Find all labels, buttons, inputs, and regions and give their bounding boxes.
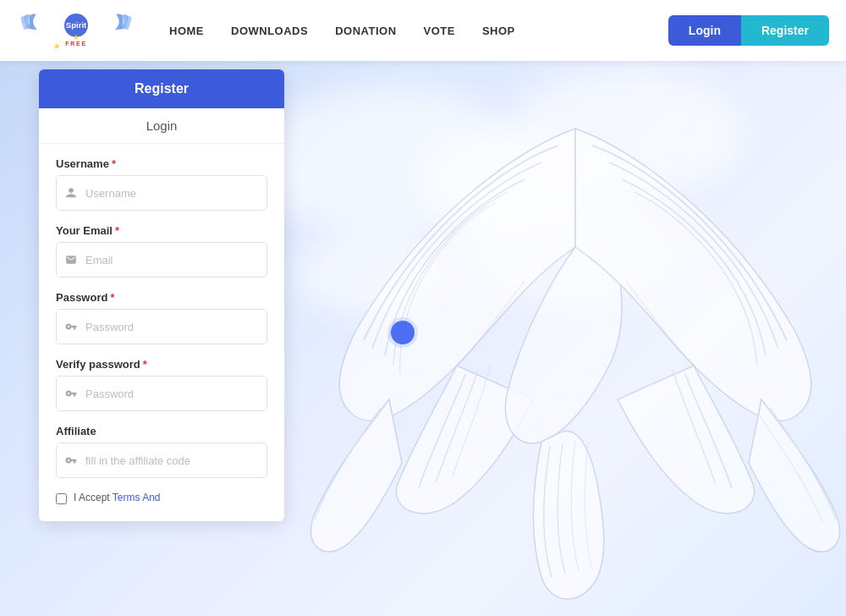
password-group: Password* bbox=[56, 291, 267, 344]
email-label: Your Email* bbox=[56, 224, 267, 237]
affiliate-input-wrapper bbox=[56, 443, 267, 478]
wings-illustration bbox=[288, 61, 846, 616]
accept-terms-row: I Accept Terms And bbox=[56, 492, 267, 504]
user-icon bbox=[57, 176, 85, 210]
affiliate-label: Affiliate bbox=[56, 425, 267, 437]
verify-password-group: Verify password* bbox=[56, 358, 267, 411]
register-nav-button[interactable]: Register bbox=[741, 15, 829, 46]
register-form-card: Register Login Username* Your Email* bbox=[39, 69, 284, 521]
nav-shop[interactable]: SHOP bbox=[482, 25, 515, 37]
tab-login[interactable]: Login bbox=[39, 108, 284, 144]
verify-password-icon bbox=[57, 377, 85, 410]
email-group: Your Email* bbox=[56, 224, 267, 278]
password-label: Password* bbox=[56, 291, 267, 304]
nav-vote[interactable]: VOTE bbox=[424, 25, 455, 37]
loading-dot bbox=[391, 321, 415, 344]
username-label: Username* bbox=[56, 157, 267, 170]
username-required: * bbox=[112, 157, 116, 170]
nav-auth-buttons: Login Register bbox=[668, 15, 829, 46]
email-input[interactable] bbox=[85, 245, 266, 275]
affiliate-group: Affiliate bbox=[56, 425, 267, 478]
navbar: Spirit FREE HOME DOWNLOADS DONATION VOTE… bbox=[0, 0, 846, 61]
password-icon bbox=[57, 310, 85, 344]
logo[interactable]: Spirit FREE bbox=[17, 7, 135, 54]
password-input-wrapper bbox=[56, 309, 267, 344]
email-input-wrapper bbox=[56, 242, 267, 278]
affiliate-icon bbox=[57, 443, 85, 477]
verify-password-label: Verify password* bbox=[56, 358, 267, 371]
nav-links: HOME DOWNLOADS DONATION VOTE SHOP bbox=[169, 25, 668, 37]
nav-downloads[interactable]: DOWNLOADS bbox=[231, 25, 308, 37]
password-input[interactable] bbox=[85, 312, 266, 342]
username-group: Username* bbox=[56, 157, 267, 211]
verify-password-required: * bbox=[143, 358, 147, 371]
verify-password-input[interactable] bbox=[85, 379, 266, 409]
svg-text:FREE: FREE bbox=[65, 41, 87, 47]
nav-donation[interactable]: DONATION bbox=[335, 25, 396, 37]
email-required: * bbox=[115, 224, 119, 237]
password-required: * bbox=[110, 291, 114, 304]
form-body: Username* Your Email* bbox=[39, 144, 284, 521]
tab-register[interactable]: Register bbox=[39, 69, 284, 108]
main-background: Register Login Username* Your Email* bbox=[0, 61, 846, 616]
svg-marker-4 bbox=[54, 43, 60, 49]
accept-terms-label: I Accept Terms And bbox=[74, 492, 161, 503]
affiliate-input[interactable] bbox=[85, 446, 266, 476]
username-input[interactable] bbox=[85, 179, 266, 208]
accept-terms-checkbox[interactable] bbox=[56, 493, 67, 504]
login-nav-button[interactable]: Login bbox=[668, 15, 741, 46]
nav-home[interactable]: HOME bbox=[169, 25, 204, 37]
username-input-wrapper bbox=[56, 175, 267, 211]
svg-text:Spirit: Spirit bbox=[66, 20, 87, 30]
verify-password-input-wrapper bbox=[56, 376, 267, 411]
terms-link[interactable]: Terms And bbox=[113, 492, 161, 503]
email-icon bbox=[57, 243, 85, 277]
